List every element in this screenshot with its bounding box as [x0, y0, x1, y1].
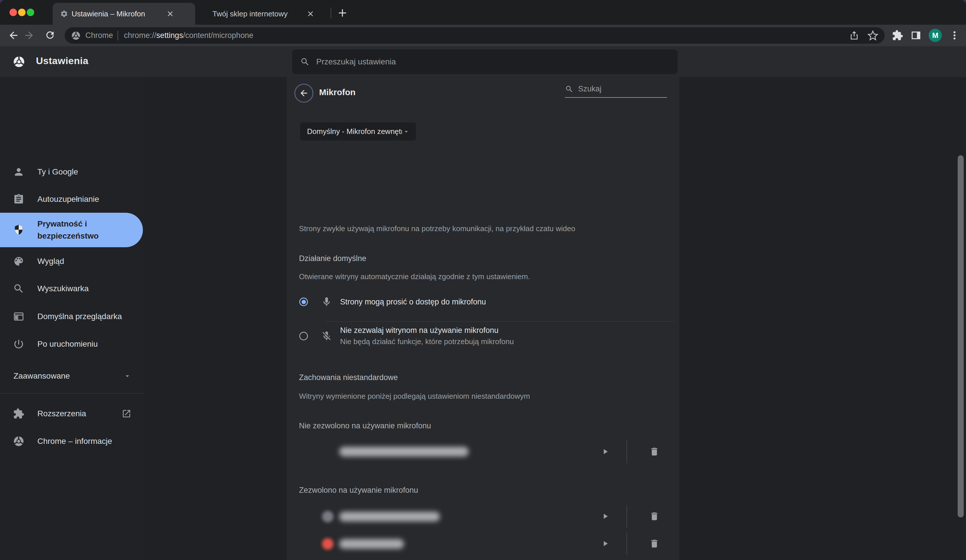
sidebar-item-about-chrome[interactable]: Chrome – informacje — [0, 427, 143, 455]
sidebar-item-on-startup[interactable]: Po uruchomieniu — [0, 330, 143, 358]
close-icon[interactable] — [166, 10, 174, 18]
sidebar-item-autofill[interactable]: Autouzupełnianie — [0, 186, 143, 213]
sidebar-item-label: Wygląd — [38, 257, 64, 266]
tab-title: Twój sklep internetowy — [212, 10, 302, 18]
row-separator — [626, 440, 627, 463]
chevron-down-icon — [402, 128, 410, 135]
close-icon[interactable] — [307, 10, 314, 18]
settings-search-input[interactable] — [316, 57, 633, 67]
new-tab-button[interactable] — [337, 8, 348, 18]
sidebar-item-label: Ty i Google — [38, 167, 78, 176]
expand-arrow-icon[interactable] — [601, 512, 610, 521]
custom-section-subtitle: Witryny wymienione poniżej podlegają ust… — [299, 392, 530, 401]
select-value: Domyślny - Mikrofon zewnętrz — [307, 127, 402, 136]
sidebar-divider — [0, 393, 144, 394]
expand-arrow-icon[interactable] — [601, 539, 610, 548]
allowed-list-header: Zezwolono na używanie mikrofonu — [299, 486, 418, 495]
forward-button[interactable] — [23, 30, 35, 41]
content-search-input[interactable] — [578, 84, 662, 94]
blocked-list-header: Nie zezwolono na używanie mikrofonu — [299, 422, 431, 430]
toolbar: Chrome chrome://settings/content/microph… — [0, 25, 966, 46]
arrow-left-icon — [299, 88, 309, 98]
sidebar-item-default-browser[interactable]: Domyślna przeglądarka — [0, 303, 143, 330]
redacted-site-url — [339, 447, 468, 457]
person-icon — [0, 166, 38, 178]
custom-section-title: Zachowania niestandardowe — [299, 373, 398, 382]
bookmark-star-icon[interactable] — [867, 30, 878, 41]
chrome-logo-icon — [0, 435, 38, 447]
site-row-allowed — [287, 503, 679, 530]
back-button[interactable] — [294, 84, 314, 103]
extensions-puzzle-icon[interactable] — [892, 30, 903, 41]
radio-divider — [326, 321, 675, 322]
tab-active[interactable]: Ustawienia – Mikrofon — [53, 3, 195, 25]
scrollbar-thumb[interactable] — [958, 155, 964, 517]
radio-selected[interactable] — [299, 297, 308, 306]
url-highlight: settings — [156, 31, 183, 40]
url-site-label: Chrome — [85, 31, 113, 40]
trash-icon[interactable] — [649, 447, 659, 457]
url-scheme: chrome:// — [124, 31, 156, 40]
trash-icon[interactable] — [649, 539, 659, 549]
redacted-site-url — [339, 539, 404, 549]
browser-icon — [0, 311, 38, 322]
settings-search[interactable] — [292, 49, 678, 74]
tab-inactive[interactable]: Twój sklep internetowy — [212, 3, 314, 25]
share-icon[interactable] — [849, 31, 859, 41]
profile-avatar[interactable]: M — [928, 29, 942, 42]
tab-strip: Ustawienia – Mikrofon Twój sklep interne… — [0, 0, 966, 25]
settings-header: Ustawienia — [0, 46, 966, 77]
url-separator — [118, 31, 118, 41]
shield-icon — [0, 224, 38, 236]
traffic-minimize-button[interactable] — [18, 8, 26, 16]
sidebar: Ty i Google Autouzupełnianie Prywatność … — [0, 77, 144, 560]
sidebar-item-label: Wyszukiwarka — [38, 284, 89, 293]
site-row-allowed — [287, 530, 679, 557]
sidebar-item-label: Prywatność i bezpieczeństwo — [38, 218, 123, 242]
chrome-logo-icon — [71, 31, 81, 41]
sidebar-item-appearance[interactable]: Wygląd — [0, 248, 143, 275]
radio-sublabel: Nie będą działać funkcje, które potrzebu… — [340, 337, 514, 346]
site-row-blocked — [287, 437, 679, 466]
mic-off-icon — [321, 330, 332, 342]
sidebar-item-search-engine[interactable]: Wyszukiwarka — [0, 275, 143, 302]
menu-kebab-icon[interactable] — [949, 30, 960, 41]
puzzle-icon — [0, 408, 38, 419]
search-icon — [300, 57, 310, 67]
microphone-device-select[interactable]: Domyślny - Mikrofon zewnętrz — [300, 123, 416, 141]
back-button[interactable] — [8, 30, 19, 41]
url-path: /content/microphone — [183, 31, 254, 40]
radio-unselected[interactable] — [299, 332, 308, 340]
chrome-logo-icon — [13, 56, 25, 68]
trash-icon[interactable] — [649, 511, 659, 521]
radio-option-allow-ask[interactable]: Strony mogą prosić o dostęp do mikrofonu — [299, 292, 673, 312]
external-link-icon — [122, 409, 131, 419]
palette-icon — [0, 256, 38, 267]
search-icon — [0, 283, 38, 294]
site-row-allowed — [287, 557, 679, 560]
row-separator — [626, 532, 627, 555]
content-search[interactable] — [565, 84, 667, 98]
side-panel-icon[interactable] — [910, 30, 922, 41]
advanced-label: Zaawansowane — [13, 371, 70, 381]
expand-arrow-icon[interactable] — [601, 447, 610, 456]
search-icon — [565, 85, 573, 94]
reload-button[interactable] — [44, 30, 56, 41]
sidebar-advanced-toggle[interactable]: Zaawansowane — [0, 362, 143, 390]
traffic-zoom-button[interactable] — [27, 8, 34, 16]
traffic-close-button[interactable] — [10, 8, 17, 16]
url-bar[interactable]: Chrome chrome://settings/content/microph… — [65, 27, 885, 44]
sidebar-item-label: Domyślna przeglądarka — [38, 312, 122, 321]
sidebar-item-privacy-security[interactable]: Prywatność i bezpieczeństwo — [0, 213, 143, 247]
page-title: Ustawienia — [36, 55, 89, 66]
browser-window: Ustawienia – Mikrofon Twój sklep interne… — [0, 0, 966, 560]
sidebar-item-you-and-google[interactable]: Ty i Google — [0, 158, 143, 186]
section-page-title: Mikrofon — [319, 87, 356, 97]
radio-option-block[interactable]: Nie zezwalaj witrynom na używanie mikrof… — [299, 323, 673, 349]
radio-label: Nie zezwalaj witrynom na używanie mikrof… — [340, 326, 514, 335]
radio-label: Strony mogą prosić o dostęp do mikrofonu — [340, 297, 486, 307]
tab-separator — [330, 8, 331, 18]
mic-icon — [321, 296, 332, 307]
sidebar-item-extensions[interactable]: Rozszerzenia — [0, 400, 143, 427]
sidebar-item-label: Rozszerzenia — [38, 409, 86, 418]
